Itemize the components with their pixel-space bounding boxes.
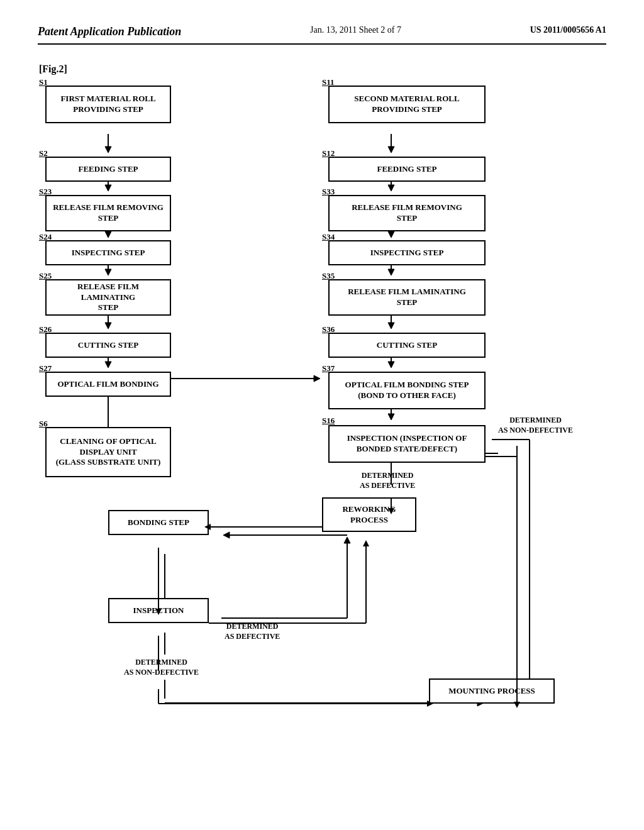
box-s36: CUTTING STEP xyxy=(328,333,486,358)
box-bonding: BONDING STEP xyxy=(108,510,209,535)
svg-marker-1 xyxy=(105,147,111,153)
svg-marker-23 xyxy=(388,323,394,329)
page: Patent Application Publication Jan. 13, … xyxy=(0,0,644,830)
box-s12: FEEDING STEP xyxy=(328,157,486,182)
svg-marker-9 xyxy=(105,323,111,329)
box-s1: FIRST MATERIAL ROLLPROVIDING STEP xyxy=(45,86,171,123)
step-label-s16: S16 xyxy=(322,416,335,426)
svg-marker-19 xyxy=(388,231,394,238)
box-s23: RELEASE FILM REMOVINGSTEP xyxy=(45,195,171,231)
box-s26: CUTTING STEP xyxy=(45,333,171,358)
determined-defective-label-1: DETERMINEDAS DEFECTIVE xyxy=(360,471,415,490)
svg-marker-21 xyxy=(388,269,394,275)
svg-marker-29 xyxy=(314,375,320,382)
svg-marker-3 xyxy=(105,185,111,191)
svg-marker-60 xyxy=(363,540,369,546)
svg-marker-37 xyxy=(223,532,230,538)
svg-marker-46 xyxy=(344,537,350,543)
box-s24: INSPECTING STEP xyxy=(45,240,171,265)
patent-number: US 2011/0005656 A1 xyxy=(530,25,606,35)
sheet-info: Jan. 13, 2011 Sheet 2 of 7 xyxy=(310,25,401,35)
box-s11: SECOND MATERIAL ROLLPROVIDING STEP xyxy=(328,86,486,123)
box-s27: OPTICAL FILM BONDING xyxy=(45,372,171,397)
box-mounting: MOUNTING PROCESS xyxy=(429,678,555,704)
svg-marker-5 xyxy=(105,231,111,238)
fig-label: [Fig.2] xyxy=(39,64,67,75)
publication-title: Patent Application Publication xyxy=(38,25,181,38)
svg-marker-11 xyxy=(105,362,111,368)
svg-marker-7 xyxy=(105,269,111,275)
box-reworking: REWORKINGPROCESS xyxy=(322,497,416,532)
determined-non-defective-label-1: DETERMINEDAS NON-DEFECTIVE xyxy=(498,416,573,435)
determined-defective-label-2: DETERMINEDAS DEFECTIVE xyxy=(225,622,280,641)
svg-marker-27 xyxy=(388,414,394,420)
page-header: Patent Application Publication Jan. 13, … xyxy=(38,25,606,45)
box-s6: CLEANING OF OPTICALDISPLAY UNIT(GLASS SU… xyxy=(45,427,171,477)
box-s25: RELEASE FILM LAMINATINGSTEP xyxy=(45,279,171,316)
box-s35: RELEASE FILM LAMINATINGSTEP xyxy=(328,279,486,316)
svg-marker-15 xyxy=(388,147,394,153)
box-s34: INSPECTING STEP xyxy=(328,240,486,265)
box-s16: INSPECTION (INSPECTION OFBONDED STATE/DE… xyxy=(328,425,486,463)
box-inspection: INSPECTION xyxy=(108,598,209,623)
determined-non-defective-label-2: DETERMINEDAS NON-DEFECTIVE xyxy=(124,658,199,677)
svg-marker-17 xyxy=(388,185,394,191)
box-s33: RELEASE FILM REMOVINGSTEP xyxy=(328,195,486,231)
svg-marker-25 xyxy=(388,362,394,368)
box-s37: OPTICAL FILM BONDING STEP(BOND TO OTHER … xyxy=(328,372,486,409)
box-s2: FEEDING STEP xyxy=(45,157,171,182)
